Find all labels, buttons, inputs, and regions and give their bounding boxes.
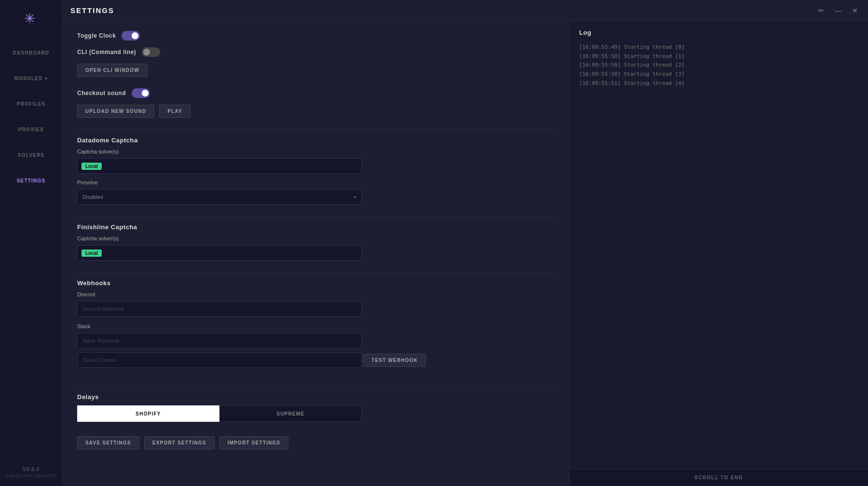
export-settings-button[interactable]: EXPORT SETTINGS: [144, 436, 215, 449]
edit-button[interactable]: ✏: [816, 6, 827, 15]
presolve-label: Presolve: [77, 180, 555, 185]
log-title: Log: [570, 21, 868, 41]
save-settings-button[interactable]: SAVE SETTINGS: [77, 436, 139, 449]
finishline-captcha-input[interactable]: Local: [77, 245, 362, 261]
cli-section: CLI (Command line) OPEN CLI WINDOW: [77, 47, 555, 77]
finishline-title: Finishline Captcha: [77, 223, 555, 231]
main-content: SETTINGS ✏ — ✕ Toggle Clock CLI (Command…: [63, 0, 868, 486]
toggle-clock-slider: [122, 31, 140, 41]
divider-1: [77, 129, 555, 130]
log-entry-0: [16:09:55:49] Starting thread [0]: [579, 43, 858, 52]
presolve-value: Disabled: [82, 194, 103, 200]
import-settings-button[interactable]: IMPORT SETTINGS: [219, 436, 289, 449]
sidebar-item-proxies[interactable]: Proxies: [0, 124, 62, 135]
sidebar-nav: Dashboard Modules ▾ Profiles Proxies Sol…: [0, 47, 62, 467]
discord-label: Discord: [77, 292, 555, 297]
presolve-select[interactable]: Disabled ▾: [77, 189, 362, 205]
checkout-sound-label: Checkout sound: [77, 90, 126, 97]
log-content: [16:09:55:49] Starting thread [0] [16:09…: [570, 41, 868, 469]
finishline-section: Finishline Captcha Captcha solver(s) Loc…: [77, 223, 555, 261]
discord-webhook-input[interactable]: [77, 301, 362, 317]
divider-4: [77, 386, 555, 387]
slack-channel-input[interactable]: [77, 352, 362, 368]
divider-2: [77, 216, 555, 217]
cli-label: CLI (Command line): [77, 49, 136, 56]
cli-slider: [142, 47, 160, 57]
log-entry-4: [16:09:55:51] Starting thread [4]: [579, 79, 858, 88]
version-label: V0.8.0: [6, 467, 57, 472]
presolve-row: Presolve Disabled ▾: [77, 180, 555, 205]
upload-sound-button[interactable]: UPLOAD NEW SOUND: [77, 105, 154, 118]
checkout-sound-slider: [132, 88, 150, 98]
close-button[interactable]: ✕: [850, 6, 860, 15]
titlebar: SETTINGS ✏ — ✕: [63, 0, 868, 21]
scroll-to-end-button[interactable]: SCROLL TO END: [570, 469, 868, 486]
sidebar-item-settings[interactable]: Settings: [0, 175, 62, 186]
cli-row: CLI (Command line): [77, 47, 555, 57]
window-controls: ✏ — ✕: [816, 6, 860, 15]
sidebar-bottom: V0.8.0 CHECK FOR UPDATES: [6, 467, 57, 486]
app-logo: ✳: [22, 9, 41, 28]
sidebar-item-solvers[interactable]: Solvers: [0, 150, 62, 161]
delays-section: Delays SHOPIFY SUPREME: [77, 393, 555, 422]
tab-supreme[interactable]: SUPREME: [219, 405, 362, 422]
webhooks-section: Webhooks Discord Slack TEST WEBHOOK: [77, 279, 555, 375]
checkout-sound-section: Checkout sound UPLOAD NEW SOUND PLAY: [77, 88, 555, 118]
test-webhook-button[interactable]: TEST WEBHOOK: [363, 354, 426, 367]
presolve-arrow-icon: ▾: [354, 194, 356, 200]
log-entry-2: [16:09:55:50] Starting thread [2]: [579, 61, 858, 70]
datadome-local-tag: Local: [81, 163, 102, 170]
finishline-local-tag: Local: [81, 250, 102, 257]
log-entry-3: [16:09:55:50] Starting thread [3]: [579, 70, 858, 79]
sidebar: ✳ Dashboard Modules ▾ Profiles Proxies S…: [0, 0, 63, 486]
datadome-title: Datadome Captcha: [77, 137, 555, 144]
datadome-section: Datadome Captcha Captcha solver(s) Local…: [77, 137, 555, 205]
delay-tabs: SHOPIFY SUPREME: [77, 405, 362, 422]
checkout-sound-buttons: UPLOAD NEW SOUND PLAY: [77, 105, 555, 118]
svg-text:✳: ✳: [24, 11, 35, 26]
open-cli-button[interactable]: OPEN CLI WINDOW: [77, 64, 148, 77]
check-updates-label[interactable]: CHECK FOR UPDATES: [6, 473, 57, 478]
log-panel: Log [16:09:55:49] Starting thread [0] [1…: [569, 21, 868, 486]
modules-caret: ▾: [45, 76, 48, 81]
datadome-captcha-solvers-label: Captcha solver(s): [77, 149, 555, 154]
delays-title: Delays: [77, 393, 555, 401]
toggle-clock-row: Toggle Clock: [77, 31, 555, 41]
toggle-clock-toggle[interactable]: [122, 31, 140, 41]
checkout-sound-row: Checkout sound: [77, 88, 555, 98]
footer-buttons: SAVE SETTINGS EXPORT SETTINGS IMPORT SET…: [77, 436, 555, 449]
minimize-button[interactable]: —: [832, 6, 844, 15]
checkout-sound-toggle[interactable]: [132, 88, 150, 98]
log-entry-1: [16:09:55:50] Starting thread [1]: [579, 52, 858, 61]
page-title: SETTINGS: [70, 6, 114, 14]
webhooks-title: Webhooks: [77, 279, 555, 287]
sidebar-item-modules[interactable]: Modules ▾: [0, 73, 62, 84]
slack-webhook-input[interactable]: [77, 333, 362, 348]
cli-toggle[interactable]: [142, 47, 160, 57]
toggle-clock-label: Toggle Clock: [77, 32, 116, 39]
datadome-captcha-input[interactable]: Local: [77, 158, 362, 174]
finishline-captcha-label: Captcha solver(s): [77, 236, 555, 241]
play-button[interactable]: PLAY: [159, 105, 190, 118]
content-area: Toggle Clock CLI (Command line) OPEN CLI…: [63, 21, 868, 486]
settings-panel: Toggle Clock CLI (Command line) OPEN CLI…: [63, 21, 569, 486]
slack-label: Slack: [77, 323, 555, 329]
divider-3: [77, 272, 555, 273]
sidebar-item-profiles[interactable]: Profiles: [0, 98, 62, 110]
tab-shopify[interactable]: SHOPIFY: [77, 405, 219, 422]
sidebar-item-dashboard[interactable]: Dashboard: [0, 47, 62, 58]
